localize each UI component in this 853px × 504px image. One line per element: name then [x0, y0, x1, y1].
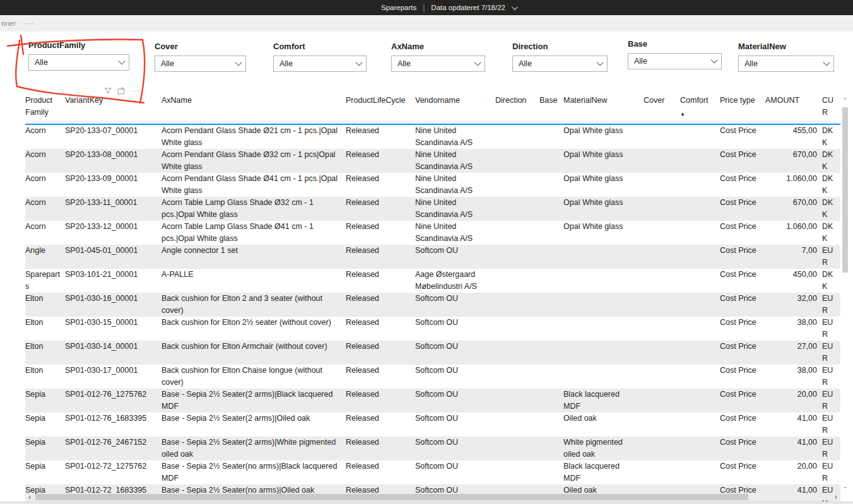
table-row[interactable]: Elton SP01-030-14_00001 Back cushion for… — [25, 341, 840, 365]
page-tab-cropped[interactable]: nner — [1, 20, 16, 27]
scroll-down-icon[interactable]: ⌄ — [841, 482, 849, 491]
table-row[interactable]: Spareparts SP03-101-21_00001 A-PALLE Rel… — [25, 269, 840, 293]
cell-direction — [495, 460, 539, 472]
cell-materialnew — [563, 365, 644, 377]
cell-product-family: Acorn — [25, 197, 65, 209]
horizontal-scroll-track[interactable] — [35, 494, 830, 500]
more-options-icon[interactable]: ··· — [131, 87, 139, 95]
cell-productlifecycle: Released — [346, 341, 415, 353]
cell-cur: EUR — [822, 245, 840, 269]
cell-base — [539, 269, 563, 281]
cell-variantkey: SP20-133-12_00001 — [65, 221, 162, 233]
column-header-base[interactable]: Base — [539, 95, 563, 107]
table-row[interactable]: Acorn SP20-133-11_00001 Acorn Table Lamp… — [25, 197, 840, 221]
slicer-dropdown[interactable]: Alle — [512, 56, 608, 72]
table-row[interactable]: Sepia SP01-012-76_2467152 Base - Sepia 2… — [25, 437, 840, 460]
table-row[interactable]: Elton SP01-030-16_00001 Back cushion for… — [25, 293, 840, 317]
slicer-comfort: Comfort Alle — [273, 42, 367, 72]
focus-mode-icon[interactable] — [117, 87, 125, 95]
column-header-axname[interactable]: AxName — [162, 95, 346, 107]
table-row[interactable]: Angle SP01-045-01_00001 Angle connector … — [25, 245, 840, 269]
slicer-base: Base Alle — [628, 39, 722, 69]
scroll-right-icon[interactable]: › — [830, 493, 842, 501]
filter-icon[interactable] — [104, 87, 112, 95]
cell-materialnew: Opal White glass — [563, 125, 644, 137]
cell-vendorname: Softcom OU — [415, 365, 495, 377]
slicer-cover: Cover Alle — [155, 42, 246, 72]
cell-product-family: Spareparts — [25, 269, 65, 293]
cell-cur: DKK — [822, 269, 840, 293]
cell-vendorname: Nine United Scandinavia A/S — [415, 149, 495, 173]
table-row[interactable]: Elton SP01-030-17_00001 Back cushion for… — [25, 365, 840, 389]
column-header-cur[interactable]: CUR — [822, 95, 840, 119]
slicer-dropdown[interactable]: Alle — [738, 56, 834, 72]
column-header-productlifecycle[interactable]: ProductLifeCycle — [346, 95, 415, 107]
cell-cur: EUR — [822, 341, 840, 365]
table-row[interactable]: Elton SP01-030-15_00001 Back cushion for… — [25, 317, 840, 341]
cell-direction — [495, 293, 539, 305]
cell-cur: EUR — [822, 293, 840, 317]
cell-amount: 455,00 — [765, 125, 822, 137]
column-header-vendorname[interactable]: Vendorname — [415, 95, 495, 107]
table-row[interactable]: Acorn SP20-133-07_00001 Acorn Pendant Gl… — [25, 125, 840, 149]
cell-productlifecycle: Released — [346, 413, 415, 425]
scroll-left-icon[interactable]: ‹ — [24, 493, 35, 501]
slicer-dropdown[interactable]: Alle — [391, 56, 485, 72]
chevron-down-icon — [596, 59, 603, 66]
cell-price-type: Cost Price — [720, 437, 765, 448]
cell-direction — [495, 125, 539, 137]
cell-axname: Base - Sepia 2½ Seater(2 arms)|White pig… — [162, 437, 346, 460]
cell-amount: 670,00 — [765, 197, 822, 209]
cell-materialnew: Black lacquered MDF — [563, 389, 644, 413]
table-row[interactable]: Acorn SP20-133-09_00001 Acorn Pendant Gl… — [25, 173, 840, 197]
slicer-dropdown[interactable]: Alle — [628, 53, 722, 69]
horizontal-scroll-thumb[interactable] — [35, 494, 748, 500]
vertical-scroll-thumb[interactable] — [842, 107, 848, 273]
cell-product-family: Angle — [25, 245, 65, 257]
cell-productlifecycle: Released — [346, 460, 415, 472]
slicer-productfamily: ProductFamily Alle ··· — [28, 40, 129, 71]
cell-product-family: Sepia — [25, 413, 65, 425]
table-row[interactable]: Sepia SP01-012-76_1275762 Base - Sepia 2… — [25, 389, 840, 413]
slicer-dropdown[interactable]: Alle — [155, 56, 246, 72]
cell-vendorname: Nine United Scandinavia A/S — [415, 125, 495, 149]
cell-materialnew: Opal White glass — [563, 197, 644, 209]
column-header-price-type[interactable]: Price type — [720, 95, 765, 107]
cell-product-family: Acorn — [25, 173, 65, 185]
column-header-materialnew[interactable]: MaterialNew — [563, 95, 644, 107]
cell-base — [539, 341, 563, 353]
column-header-cover[interactable]: Cover — [644, 95, 680, 107]
cell-cover — [644, 460, 680, 472]
scroll-up-icon[interactable]: ⌃ — [841, 96, 849, 105]
chevron-down-icon[interactable] — [512, 4, 518, 10]
cell-comfort — [680, 269, 720, 281]
cell-axname: Base - Sepia 2½ Seater(no arms)|Black la… — [162, 460, 346, 484]
column-header-product-family[interactable]: Product Family — [25, 95, 65, 119]
cell-amount: 1.060,00 — [765, 173, 822, 185]
cell-base — [539, 245, 563, 257]
cell-productlifecycle: Released — [346, 365, 415, 377]
column-header-amount[interactable]: AMOUNT — [765, 95, 822, 107]
cell-amount: 38,00 — [765, 317, 822, 329]
column-header-direction[interactable]: Direction — [495, 95, 539, 107]
sort-ascending-icon: ▲ — [680, 112, 715, 117]
slicer-materialnew: MaterialNew Alle — [738, 42, 834, 72]
data-updated-label[interactable]: Data opdateret 7/18/22 — [431, 4, 505, 11]
cell-comfort — [680, 173, 720, 185]
column-header-variantkey[interactable]: VariantKey — [65, 95, 162, 107]
cell-variantkey: SP01-012-76_2467152 — [65, 437, 162, 448]
table-row[interactable]: Sepia SP01-012-72_1275762 Base - Sepia 2… — [25, 460, 840, 484]
table-row[interactable]: Acorn SP20-133-08_00001 Acorn Pendant Gl… — [25, 149, 840, 173]
more-options-icon[interactable]: ··· — [25, 19, 34, 28]
column-header-comfort[interactable]: Comfort ▲ — [680, 95, 720, 117]
cell-axname: Acorn Table Lamp Glass Shade Ø32 cm - 1 … — [162, 197, 346, 221]
slicer-dropdown[interactable]: Alle — [28, 54, 129, 71]
table-row[interactable]: Sepia SP01-012-76_1683395 Base - Sepia 2… — [25, 413, 840, 437]
cell-vendorname: Softcom OU — [415, 460, 495, 472]
cell-materialnew — [563, 245, 644, 257]
slicer-dropdown[interactable]: Alle — [273, 56, 367, 72]
cell-materialnew: Oiled oak — [563, 413, 644, 425]
table-row[interactable]: Acorn SP20-133-12_00001 Acorn Table Lamp… — [25, 221, 840, 245]
window-bottom-edge — [0, 501, 853, 504]
cell-variantkey: SP01-030-14_00001 — [65, 341, 162, 353]
